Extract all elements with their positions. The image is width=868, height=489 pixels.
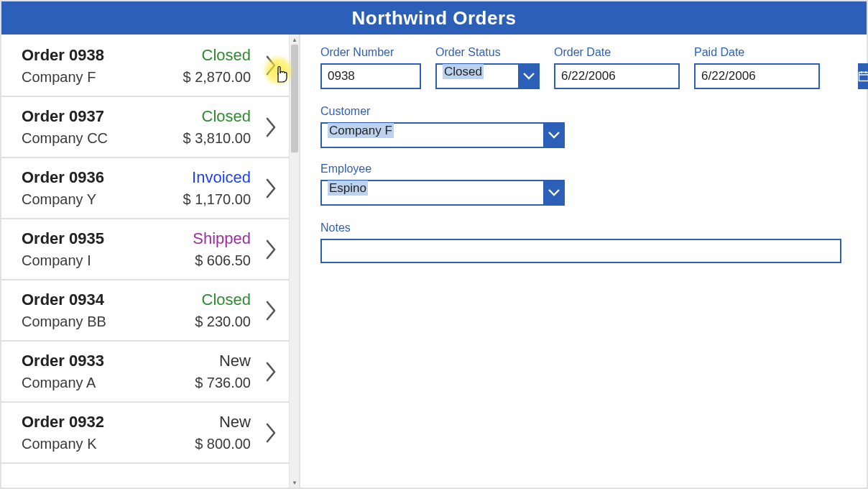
order-list-item[interactable]: Order 0936InvoicedCompany Y$ 1,170.00 [1, 158, 290, 219]
order-status: New [219, 352, 251, 370]
order-title: Order 0936 [22, 168, 104, 187]
input-order-number-wrap[interactable] [320, 63, 421, 89]
order-status: Closed [202, 46, 251, 65]
field-paid-date: Paid Date [694, 46, 820, 89]
app-title: Northwind Orders [351, 7, 516, 29]
input-paid-date[interactable] [701, 65, 854, 88]
select-employee[interactable]: Espino [320, 180, 565, 206]
label-order-date: Order Date [554, 46, 680, 59]
order-list-item[interactable]: Order 0933NewCompany A$ 736.00 [1, 342, 290, 403]
order-company: Company I [22, 252, 91, 269]
app-window: Northwind Orders Order 0938ClosedCompany… [0, 0, 868, 489]
input-order-date-wrap[interactable] [554, 63, 680, 89]
field-order-status: Order Status Closed [435, 46, 540, 89]
order-amount: $ 3,810.00 [183, 130, 251, 147]
order-company: Company F [22, 69, 96, 86]
order-list-item[interactable]: Order 0932NewCompany K$ 800.00 [1, 403, 290, 464]
scroll-down-button[interactable]: ▼ [290, 477, 300, 488]
svg-rect-4 [859, 73, 869, 81]
order-amount: $ 1,170.00 [183, 191, 251, 208]
chevron-right-icon[interactable] [262, 51, 282, 80]
chevron-right-icon[interactable] [262, 419, 282, 447]
input-paid-date-wrap[interactable] [694, 63, 820, 89]
scrollbar-track[interactable]: ▲ ▼ [289, 35, 299, 488]
input-notes[interactable] [320, 239, 841, 263]
order-list-item[interactable]: Order 0935ShippedCompany I$ 606.50 [1, 219, 290, 280]
order-title: Order 0933 [22, 352, 104, 370]
scrollbar-thumb[interactable] [291, 45, 298, 152]
value-order-status: Closed [443, 64, 484, 79]
order-title: Order 0935 [22, 229, 104, 248]
order-status: Closed [202, 291, 251, 309]
label-employee: Employee [320, 163, 565, 175]
field-order-number: Order Number [320, 46, 421, 89]
label-order-status: Order Status [435, 46, 540, 59]
field-employee: Employee Espino [320, 163, 565, 206]
order-list[interactable]: Order 0938ClosedCompany F$ 2,870.00Order… [1, 35, 290, 488]
value-employee: Espino [328, 180, 368, 196]
chevron-down-icon[interactable] [518, 63, 540, 89]
app-header: Northwind Orders [1, 1, 867, 35]
field-customer: Customer Company F [320, 105, 565, 148]
label-notes: Notes [320, 221, 841, 234]
app-body: Order 0938ClosedCompany F$ 2,870.00Order… [1, 35, 867, 488]
order-status: Invoiced [192, 168, 251, 187]
label-paid-date: Paid Date [694, 46, 820, 59]
order-company: Company CC [22, 130, 108, 147]
order-list-item[interactable]: Order 0937ClosedCompany CC$ 3,810.00 [1, 97, 290, 158]
chevron-right-icon[interactable] [262, 357, 282, 386]
order-list-item[interactable]: Order 0934ClosedCompany BB$ 230.00 [1, 280, 290, 342]
order-amount: $ 800.00 [195, 436, 251, 452]
order-title: Order 0932 [22, 413, 104, 431]
order-amount: $ 230.00 [195, 314, 251, 330]
label-customer: Customer [320, 105, 565, 118]
order-status: New [219, 413, 251, 431]
scroll-up-button[interactable]: ▲ [290, 35, 300, 45]
order-detail-form: Order Number Order Status Closed O [300, 35, 867, 488]
order-company: Company Y [22, 191, 96, 208]
field-notes: Notes [320, 221, 841, 263]
select-customer[interactable]: Company F [320, 122, 565, 148]
order-list-item[interactable]: Order 0938ClosedCompany F$ 2,870.00 [1, 35, 290, 97]
chevron-right-icon[interactable] [262, 296, 282, 325]
input-order-date[interactable] [561, 65, 714, 88]
chevron-right-icon[interactable] [262, 113, 282, 142]
order-status: Closed [202, 107, 251, 126]
calendar-icon[interactable] [858, 63, 868, 89]
select-order-status[interactable]: Closed [435, 63, 540, 89]
order-amount: $ 736.00 [195, 375, 251, 391]
order-company: Company BB [22, 314, 106, 330]
label-order-number: Order Number [320, 46, 421, 59]
order-company: Company K [22, 436, 97, 452]
order-title: Order 0937 [22, 107, 104, 126]
order-title: Order 0938 [22, 46, 104, 65]
order-sidebar: Order 0938ClosedCompany F$ 2,870.00Order… [1, 35, 300, 488]
order-company: Company A [22, 375, 96, 391]
chevron-right-icon[interactable] [262, 174, 282, 203]
field-order-date: Order Date [554, 46, 680, 89]
order-amount: $ 606.50 [195, 252, 251, 269]
order-status: Shipped [193, 229, 251, 248]
order-title: Order 0934 [22, 291, 104, 309]
order-amount: $ 2,870.00 [183, 69, 251, 86]
value-customer: Company F [328, 123, 394, 138]
chevron-down-icon[interactable] [543, 180, 565, 206]
chevron-right-icon[interactable] [262, 235, 282, 264]
chevron-down-icon[interactable] [543, 122, 565, 148]
